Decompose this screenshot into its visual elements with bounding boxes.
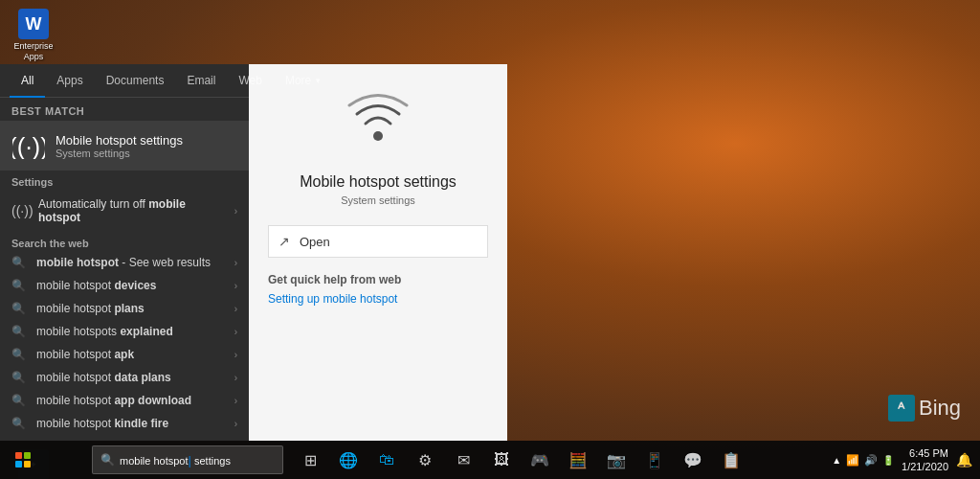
right-panel-title: Mobile hotspot settings (300, 173, 457, 191)
win-square-green (24, 452, 31, 459)
web-item-text-5: mobile hotspot data plans (36, 371, 227, 384)
settings-label: Settings (11, 176, 237, 188)
search-web-icon-5: 🔍 (11, 371, 29, 384)
open-button[interactable]: ↗ Open (268, 225, 488, 258)
web-item-text-7: mobile hotspot kindle fire (36, 417, 227, 430)
web-item-text-2: mobile hotspot plans (36, 302, 227, 315)
taskbar-search-icon: 🔍 (100, 453, 115, 467)
win-square-yellow (24, 461, 31, 468)
web-item-text-4: mobile hotspot apk (36, 348, 227, 361)
web-arrow-1: › (234, 281, 237, 291)
search-popup: All Apps Documents Email Web More ▼ 2283… (0, 64, 507, 441)
hotspot-settings-icon: ((·)) (11, 203, 31, 218)
tray-volume[interactable]: 🔊 (864, 454, 878, 467)
best-match-text: Mobile hotspot settings System settings (56, 133, 183, 159)
taskbar-xbox[interactable]: 🎮 (523, 443, 557, 477)
svg-text:((·)): ((·)) (12, 132, 45, 159)
word-icon-label: EnterpriseApps (13, 41, 53, 62)
open-icon: ↗ (278, 234, 290, 249)
tray-wifi[interactable]: 📶 (846, 454, 859, 467)
taskbar-phone[interactable]: 📱 (637, 443, 672, 477)
clock-time: 6:45 PM (902, 446, 948, 460)
web-item-4[interactable]: 🔍 mobile hotspot apk › (11, 343, 237, 366)
settings-item-hotspot[interactable]: ((·)) Automatically turn off mobile hots… (11, 192, 237, 230)
taskbar-camera[interactable]: 📷 (599, 443, 634, 477)
bing-watermark: ᴬ Bing (888, 395, 961, 422)
tab-web[interactable]: Web (227, 64, 273, 97)
web-arrow-2: › (234, 304, 237, 314)
tab-more[interactable]: More ▼ (274, 64, 333, 97)
search-web-icon-7: 🔍 (11, 417, 29, 430)
taskbar-extra[interactable]: 📋 (714, 443, 748, 477)
taskbar-search-text: mobile hotspot| settings (120, 453, 231, 468)
system-clock[interactable]: 6:45 PM 1/21/2020 (902, 446, 948, 474)
search-web-icon-2: 🔍 (11, 302, 29, 315)
web-arrow-4: › (234, 350, 237, 360)
best-match-item[interactable]: ((·)) Mobile hotspot settings System set… (0, 121, 249, 171)
settings-arrow-icon: › (234, 206, 237, 217)
taskbar-calculator[interactable]: 🧮 (561, 443, 595, 477)
web-arrow-3: › (234, 327, 237, 337)
taskbar-search-bar[interactable]: 🔍 mobile hotspot| settings (92, 445, 283, 474)
taskbar-apps: ⊞ 🌐 🛍 ⚙ ✉ 🖼 🎮 🧮 📷 📱 💬 📋 (293, 443, 748, 477)
system-tray: ▲ 📶 🔊 🔋 6:45 PM 1/21/2020 🔔 (832, 446, 980, 474)
search-web-icon-1: 🔍 (11, 279, 29, 292)
win-square-blue (15, 461, 22, 468)
hotspot-icon: ((·)) (11, 128, 46, 163)
search-web-icon-3: 🔍 (11, 325, 29, 338)
right-hotspot-icon (345, 93, 412, 162)
web-item-1[interactable]: 🔍 mobile hotspot devices › (11, 274, 237, 297)
web-section-label: Search the web (11, 238, 237, 249)
best-match-title: Mobile hotspot settings (56, 133, 183, 148)
web-item-text-0: mobile hotspot - See web results (36, 256, 227, 269)
word-icon: W (18, 9, 49, 39)
clock-date: 1/21/2020 (902, 460, 948, 473)
taskbar-teams[interactable]: 💬 (676, 443, 710, 477)
web-arrow-0: › (234, 258, 237, 268)
taskbar-store[interactable]: 🛍 (369, 443, 404, 477)
web-item-3[interactable]: 🔍 mobile hotspots explained › (11, 320, 237, 343)
taskbar-photos[interactable]: 🖼 (484, 443, 519, 477)
search-tabs: All Apps Documents Email Web More ▼ 2283… (0, 64, 249, 98)
right-panel-subtitle: System settings (341, 194, 415, 206)
tab-documents[interactable]: Documents (95, 64, 176, 97)
search-right-panel: Mobile hotspot settings System settings … (249, 64, 507, 441)
bing-b-icon: ᴬ (888, 395, 915, 422)
quick-help-link[interactable]: Setting up mobile hotspot (268, 292, 488, 306)
taskbar-task-view[interactable]: ⊞ (293, 443, 327, 477)
notification-icon[interactable]: 🔔 (956, 452, 972, 468)
best-match-subtitle: System settings (56, 148, 183, 159)
web-item-text-1: mobile hotspot devices (36, 279, 227, 292)
web-item-6[interactable]: 🔍 mobile hotspot app download › (11, 389, 237, 412)
web-item-text-6: mobile hotspot app download (36, 394, 227, 407)
taskbar-mail[interactable]: ✉ (446, 443, 480, 477)
web-arrow-5: › (234, 373, 237, 383)
start-button[interactable] (0, 441, 46, 479)
settings-item-text: Automatically turn off mobile hotspot (38, 197, 227, 224)
best-match-label: Best match (0, 98, 249, 121)
web-item-7[interactable]: 🔍 mobile hotspot kindle fire › (11, 412, 237, 435)
web-arrow-7: › (234, 419, 237, 429)
web-item-0[interactable]: 🔍 mobile hotspot - See web results › (11, 251, 237, 274)
web-arrow-6: › (234, 396, 237, 406)
tray-battery: 🔋 (882, 455, 894, 466)
tab-all[interactable]: All (10, 64, 45, 97)
open-label: Open (300, 235, 330, 249)
tab-apps[interactable]: Apps (45, 64, 94, 97)
search-left-panel: All Apps Documents Email Web More ▼ 2283… (0, 64, 249, 441)
web-item-5[interactable]: 🔍 mobile hotspot data plans › (11, 366, 237, 389)
taskbar-edge[interactable]: 🌐 (331, 443, 366, 477)
win-square-red (15, 452, 22, 459)
tray-up-arrow[interactable]: ▲ (832, 455, 841, 466)
search-query: mobile hotspot (120, 455, 189, 467)
web-item-2[interactable]: 🔍 mobile hotspot plans › (11, 297, 237, 320)
windows-logo (15, 452, 31, 468)
tray-icons: ▲ 📶 🔊 🔋 (832, 454, 894, 467)
search-web-icon-0: 🔍 (11, 256, 29, 269)
bing-text: Bing (919, 396, 961, 421)
taskbar-settings[interactable]: ⚙ (408, 443, 442, 477)
desktop-icon-word[interactable]: W EnterpriseApps (5, 5, 62, 66)
taskbar: 🔍 mobile hotspot| settings ⊞ 🌐 🛍 ⚙ ✉ 🖼 🎮… (0, 441, 980, 479)
quick-help-label: Get quick help from web (268, 273, 488, 286)
tab-email[interactable]: Email (175, 64, 227, 97)
